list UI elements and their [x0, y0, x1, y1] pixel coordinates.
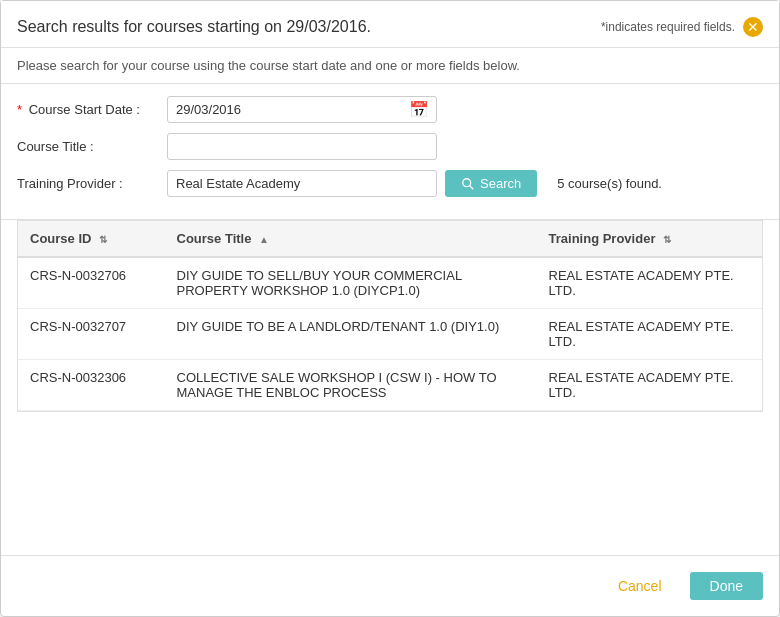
modal-title: Search results for courses starting on 2… [17, 18, 371, 36]
table-body: CRS-N-0032706DIY GUIDE TO SELL/BUY YOUR … [18, 257, 762, 411]
cell-training-provider: REAL ESTATE ACADEMY PTE. LTD. [537, 257, 762, 309]
svg-point-0 [463, 178, 471, 186]
modal-subtext: Please search for your course using the … [1, 48, 779, 84]
table-row[interactable]: CRS-N-0032706DIY GUIDE TO SELL/BUY YOUR … [18, 257, 762, 309]
header-right: *indicates required fields. ✕ [601, 17, 763, 37]
table-container: Course ID ⇅ Course Title ▲ Training Prov… [1, 220, 779, 555]
courses-found: 5 course(s) found. [557, 176, 662, 191]
cell-course-title: DIY GUIDE TO BE A LANDLORD/TENANT 1.0 (D… [165, 309, 537, 360]
table-row[interactable]: CRS-N-0032306COLLECTIVE SALE WORKSHOP I … [18, 360, 762, 411]
col-header-training-provider[interactable]: Training Provider ⇅ [537, 221, 762, 257]
training-provider-label: Training Provider : [17, 176, 167, 191]
course-title-input[interactable] [167, 133, 437, 160]
sort-icon-course-title: ▲ [259, 234, 269, 245]
table-wrapper[interactable]: Course ID ⇅ Course Title ▲ Training Prov… [17, 220, 763, 412]
modal-container: Search results for courses starting on 2… [0, 0, 780, 617]
search-button[interactable]: Search [445, 170, 537, 197]
svg-line-1 [470, 185, 474, 189]
col-header-course-id[interactable]: Course ID ⇅ [18, 221, 165, 257]
done-button[interactable]: Done [690, 572, 763, 600]
cell-course-id: CRS-N-0032707 [18, 309, 165, 360]
sort-icon-training-provider: ⇅ [663, 234, 671, 245]
modal-header: Search results for courses starting on 2… [1, 1, 779, 48]
sort-icon-course-id: ⇅ [99, 234, 107, 245]
course-start-date-label: * Course Start Date : [17, 102, 167, 117]
table-row[interactable]: CRS-N-0032707DIY GUIDE TO BE A LANDLORD/… [18, 309, 762, 360]
results-table: Course ID ⇅ Course Title ▲ Training Prov… [18, 221, 762, 411]
course-title-row: Course Title : [17, 133, 763, 160]
required-star: * [17, 102, 22, 117]
course-title-label: Course Title : [17, 139, 167, 154]
table-header: Course ID ⇅ Course Title ▲ Training Prov… [18, 221, 762, 257]
date-input-wrapper: 📅 [167, 96, 437, 123]
cell-course-title: COLLECTIVE SALE WORKSHOP I (CSW I) - HOW… [165, 360, 537, 411]
cell-course-title: DIY GUIDE TO SELL/BUY YOUR COMMERCIAL PR… [165, 257, 537, 309]
col-header-course-title[interactable]: Course Title ▲ [165, 221, 537, 257]
form-area: * Course Start Date : 📅 Course Title : T… [1, 84, 779, 220]
course-start-date-row: * Course Start Date : 📅 [17, 96, 763, 123]
cell-training-provider: REAL ESTATE ACADEMY PTE. LTD. [537, 360, 762, 411]
modal-footer: Cancel Done [1, 555, 779, 616]
training-provider-row: Training Provider : Search 5 course(s) f… [17, 170, 763, 197]
cancel-button[interactable]: Cancel [602, 572, 678, 600]
cell-course-id: CRS-N-0032306 [18, 360, 165, 411]
required-fields-text: *indicates required fields. [601, 20, 735, 34]
search-icon [461, 177, 475, 191]
training-provider-input[interactable] [167, 170, 437, 197]
course-start-date-input[interactable] [167, 96, 437, 123]
cell-training-provider: REAL ESTATE ACADEMY PTE. LTD. [537, 309, 762, 360]
calendar-icon[interactable]: 📅 [409, 100, 429, 119]
cell-course-id: CRS-N-0032706 [18, 257, 165, 309]
close-button[interactable]: ✕ [743, 17, 763, 37]
